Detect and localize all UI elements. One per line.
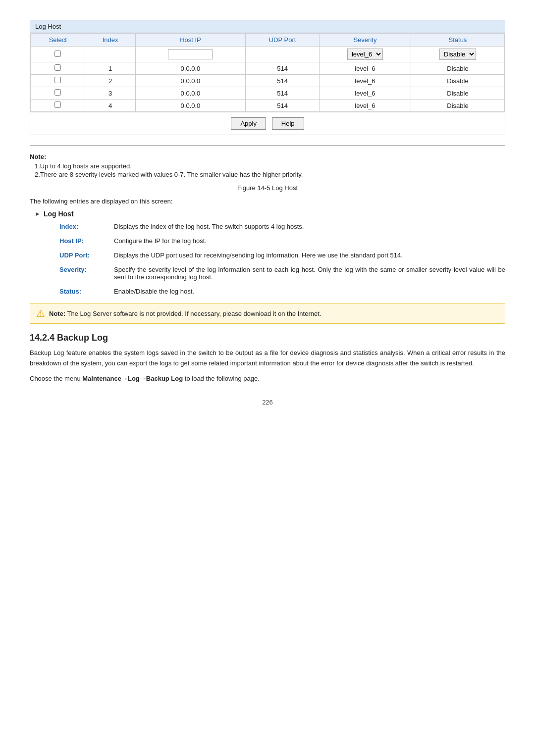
row3-severity: level_6 — [320, 87, 411, 100]
row2-status: Disable — [411, 75, 504, 87]
col-select: Select — [31, 34, 85, 47]
note-item-2: 2.There are 8 severity levels marked wit… — [35, 171, 505, 178]
row4-checkbox[interactable] — [54, 101, 61, 108]
field-hostip-label: Host IP: — [59, 237, 114, 245]
field-index: Index: Displays the index of the log hos… — [59, 223, 505, 230]
field-index-label: Index: — [59, 223, 114, 230]
field-status: Status: Enable/Disable the log host. — [59, 288, 505, 295]
section-242-para1: Backup Log feature enables the system lo… — [30, 348, 505, 369]
row1-severity: level_6 — [320, 62, 411, 75]
table-row: 1 0.0.0.0 514 level_6 Disable — [31, 62, 505, 75]
para2-text: Choose the menu — [30, 375, 82, 382]
row2-hostip: 0.0.0.0 — [135, 75, 245, 87]
warning-note-title: Note: — [49, 310, 65, 317]
row3-udpport: 514 — [246, 87, 320, 100]
field-definitions: Index: Displays the index of the log hos… — [59, 223, 505, 295]
row1-udpport: 514 — [246, 62, 320, 75]
col-index: Index — [85, 34, 135, 47]
field-hostip-desc: Configure the IP for the log host. — [114, 237, 505, 245]
table-row: 3 0.0.0.0 514 level_6 Disable — [31, 87, 505, 100]
warning-note-box: ⚠ Note: The Log Server software is not p… — [30, 303, 505, 324]
button-row: Apply Help — [30, 112, 505, 135]
section-divider — [30, 145, 505, 146]
row2-checkbox[interactable] — [54, 77, 61, 83]
row4-status: Disable — [411, 100, 504, 112]
field-severity-desc: Specify the severity level of the log in… — [114, 266, 505, 281]
row2-index: 2 — [85, 75, 135, 87]
row4-severity: level_6 — [320, 100, 411, 112]
section-242-title: 14.2.4 Backup Log — [30, 333, 505, 343]
log-host-section-heading: ► Log Host — [35, 210, 505, 218]
field-severity-label: Severity: — [59, 266, 114, 273]
log-table: Select Index Host IP UDP Port Severity S… — [30, 33, 505, 112]
log-host-table-section: Log Host Select Index Host IP UDP Port S… — [30, 20, 505, 135]
field-status-label: Status: — [59, 288, 114, 295]
row1-checkbox[interactable] — [54, 64, 61, 71]
field-hostip: Host IP: Configure the IP for the log ho… — [59, 237, 505, 245]
col-udpport: UDP Port — [246, 34, 320, 47]
col-status: Status — [411, 34, 504, 47]
figure-caption: Figure 14-5 Log Host — [30, 184, 505, 192]
note-title: Note: — [30, 153, 505, 160]
field-status-desc: Enable/Disable the log host. — [114, 288, 505, 295]
row3-status: Disable — [411, 87, 504, 100]
input-select-checkbox[interactable] — [54, 50, 61, 57]
row2-udpport: 514 — [246, 75, 320, 87]
table-row: 2 0.0.0.0 514 level_6 Disable — [31, 75, 505, 87]
section-242-para2: Choose the menu Maintenance→Log→Backup L… — [30, 374, 505, 384]
row3-index: 3 — [85, 87, 135, 100]
row3-hostip: 0.0.0.0 — [135, 87, 245, 100]
input-row: level_0 level_1 level_2 level_3 level_4 … — [31, 47, 505, 62]
warning-note-body: The Log Server software is not provided.… — [67, 310, 321, 317]
page-number: 226 — [30, 399, 505, 406]
col-hostip: Host IP — [135, 34, 245, 47]
warning-note-text: Note: The Log Server software is not pro… — [49, 310, 321, 317]
table-row: 4 0.0.0.0 514 level_6 Disable — [31, 100, 505, 112]
host-ip-input[interactable] — [168, 49, 213, 59]
para2-end: to load the following page. — [183, 375, 260, 382]
row1-status: Disable — [411, 62, 504, 75]
row3-checkbox[interactable] — [54, 89, 61, 96]
row2-severity: level_6 — [320, 75, 411, 87]
field-severity: Severity: Specify the severity level of … — [59, 266, 505, 281]
log-host-title: Log Host — [30, 20, 505, 33]
severity-select-input[interactable]: level_0 level_1 level_2 level_3 level_4 … — [347, 49, 383, 60]
log-host-heading-label: Log Host — [44, 210, 74, 218]
row4-udpport: 514 — [246, 100, 320, 112]
menu-path: Maintenance→Log→Backup Log — [82, 375, 183, 382]
arrow-icon: ► — [35, 210, 41, 217]
col-severity: Severity — [320, 34, 411, 47]
display-text: The following entries are displayed on t… — [30, 198, 505, 205]
warning-icon: ⚠ — [36, 307, 45, 319]
field-udpport-desc: Displays the UDP port used for receiving… — [114, 252, 505, 259]
row4-hostip: 0.0.0.0 — [135, 100, 245, 112]
apply-button[interactable]: Apply — [231, 117, 266, 130]
field-udpport-label: UDP Port: — [59, 252, 114, 259]
field-index-desc: Displays the index of the log host. The … — [114, 223, 505, 230]
note-item-1: 1.Up to 4 log hosts are supported. — [35, 162, 505, 170]
field-udpport: UDP Port: Displays the UDP port used for… — [59, 252, 505, 259]
row1-hostip: 0.0.0.0 — [135, 62, 245, 75]
help-button[interactable]: Help — [272, 117, 304, 130]
row4-index: 4 — [85, 100, 135, 112]
status-select-input[interactable]: Enable Disable — [439, 49, 476, 60]
note-section: Note: 1.Up to 4 log hosts are supported.… — [30, 153, 505, 178]
row1-index: 1 — [85, 62, 135, 75]
